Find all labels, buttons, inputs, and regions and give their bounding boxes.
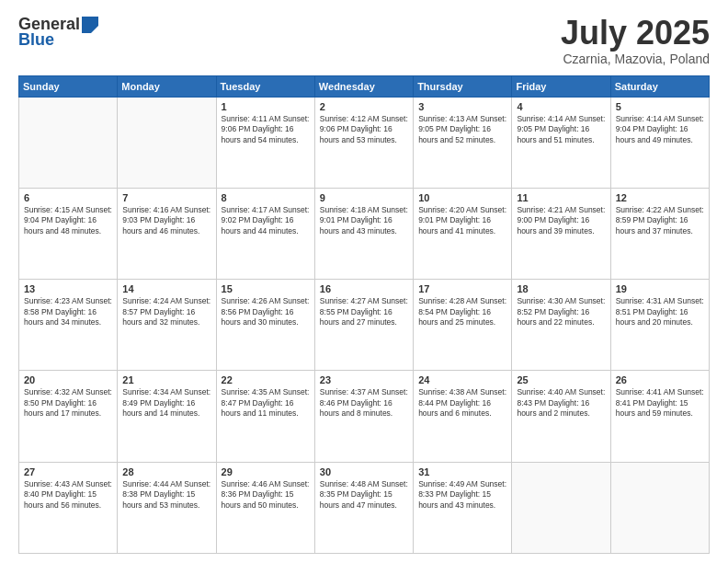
calendar-cell [118,97,216,188]
page: General Blue July 2025 Czarnia, Mazovia,… [0,0,728,563]
cell-date-number: 1 [222,101,310,112]
col-wednesday: Wednesday [314,75,413,97]
cell-info-text: Sunrise: 4:23 AM Sunset: 8:58 PM Dayligh… [24,296,112,327]
calendar-table: Sunday Monday Tuesday Wednesday Thursday… [18,75,710,554]
calendar-cell: 17Sunrise: 4:28 AM Sunset: 8:54 PM Dayli… [414,280,512,371]
cell-date-number: 26 [616,374,704,385]
calendar-cell: 12Sunrise: 4:22 AM Sunset: 8:59 PM Dayli… [610,188,709,279]
calendar-cell: 29Sunrise: 4:46 AM Sunset: 8:36 PM Dayli… [216,462,314,553]
calendar-cell [610,462,709,553]
cell-date-number: 13 [24,283,112,294]
cell-info-text: Sunrise: 4:22 AM Sunset: 8:59 PM Dayligh… [616,205,704,236]
cell-info-text: Sunrise: 4:38 AM Sunset: 8:44 PM Dayligh… [418,387,506,419]
calendar-cell: 3Sunrise: 4:13 AM Sunset: 9:05 PM Daylig… [414,97,512,188]
cell-date-number: 24 [418,374,506,385]
cell-info-text: Sunrise: 4:15 AM Sunset: 9:04 PM Dayligh… [24,205,112,236]
cell-info-text: Sunrise: 4:30 AM Sunset: 8:52 PM Dayligh… [517,296,605,327]
calendar-week-4: 20Sunrise: 4:32 AM Sunset: 8:50 PM Dayli… [19,371,710,462]
cell-info-text: Sunrise: 4:44 AM Sunset: 8:38 PM Dayligh… [122,479,210,511]
calendar-cell: 26Sunrise: 4:41 AM Sunset: 8:41 PM Dayli… [610,371,709,462]
col-sunday: Sunday [19,75,118,97]
cell-date-number: 11 [517,192,605,203]
cell-info-text: Sunrise: 4:24 AM Sunset: 8:57 PM Dayligh… [122,296,210,327]
cell-date-number: 8 [222,192,310,203]
cell-info-text: Sunrise: 4:34 AM Sunset: 8:49 PM Dayligh… [122,387,210,419]
cell-info-text: Sunrise: 4:35 AM Sunset: 8:47 PM Dayligh… [222,387,310,419]
col-saturday: Saturday [610,75,709,97]
cell-info-text: Sunrise: 4:26 AM Sunset: 8:56 PM Dayligh… [222,296,310,327]
col-thursday: Thursday [414,75,512,97]
title-block: July 2025 Czarnia, Mazovia, Poland [561,15,710,66]
calendar-cell: 5Sunrise: 4:14 AM Sunset: 9:04 PM Daylig… [610,97,709,188]
cell-info-text: Sunrise: 4:43 AM Sunset: 8:40 PM Dayligh… [24,479,112,511]
cell-date-number: 20 [24,374,112,385]
calendar-week-2: 6Sunrise: 4:15 AM Sunset: 9:04 PM Daylig… [19,188,710,279]
cell-info-text: Sunrise: 4:14 AM Sunset: 9:04 PM Dayligh… [616,114,704,145]
cell-date-number: 29 [222,466,310,477]
cell-info-text: Sunrise: 4:21 AM Sunset: 9:00 PM Dayligh… [517,205,605,236]
calendar-cell: 28Sunrise: 4:44 AM Sunset: 8:38 PM Dayli… [118,462,216,553]
cell-date-number: 7 [122,192,210,203]
calendar-cell: 23Sunrise: 4:37 AM Sunset: 8:46 PM Dayli… [314,371,413,462]
calendar-cell: 7Sunrise: 4:16 AM Sunset: 9:03 PM Daylig… [118,188,216,279]
title-location: Czarnia, Mazovia, Poland [561,52,710,66]
calendar-cell: 11Sunrise: 4:21 AM Sunset: 9:00 PM Dayli… [512,188,610,279]
calendar-cell: 1Sunrise: 4:11 AM Sunset: 9:06 PM Daylig… [216,97,314,188]
cell-info-text: Sunrise: 4:14 AM Sunset: 9:05 PM Dayligh… [517,114,605,145]
cell-info-text: Sunrise: 4:18 AM Sunset: 9:01 PM Dayligh… [320,205,408,236]
cell-date-number: 2 [320,101,408,112]
cell-date-number: 31 [418,466,506,477]
calendar-cell: 4Sunrise: 4:14 AM Sunset: 9:05 PM Daylig… [512,97,610,188]
logo-icon [82,17,98,33]
cell-date-number: 14 [122,283,210,294]
cell-date-number: 16 [320,283,408,294]
cell-info-text: Sunrise: 4:46 AM Sunset: 8:36 PM Dayligh… [222,479,310,511]
logo: General Blue [18,15,98,50]
cell-info-text: Sunrise: 4:13 AM Sunset: 9:05 PM Dayligh… [418,114,506,145]
cell-info-text: Sunrise: 4:17 AM Sunset: 9:02 PM Dayligh… [222,205,310,236]
calendar-cell [19,97,118,188]
cell-date-number: 27 [24,466,112,477]
col-tuesday: Tuesday [216,75,314,97]
cell-date-number: 15 [222,283,310,294]
calendar-cell: 2Sunrise: 4:12 AM Sunset: 9:06 PM Daylig… [314,97,413,188]
calendar-cell: 8Sunrise: 4:17 AM Sunset: 9:02 PM Daylig… [216,188,314,279]
cell-date-number: 5 [616,101,704,112]
cell-date-number: 12 [616,192,704,203]
cell-info-text: Sunrise: 4:41 AM Sunset: 8:41 PM Dayligh… [616,387,704,419]
calendar-week-1: 1Sunrise: 4:11 AM Sunset: 9:06 PM Daylig… [19,97,710,188]
cell-info-text: Sunrise: 4:11 AM Sunset: 9:06 PM Dayligh… [222,114,310,145]
header: General Blue July 2025 Czarnia, Mazovia,… [18,15,710,66]
cell-info-text: Sunrise: 4:49 AM Sunset: 8:33 PM Dayligh… [418,479,506,511]
cell-date-number: 19 [616,283,704,294]
calendar-cell [512,462,610,553]
cell-date-number: 28 [122,466,210,477]
calendar-cell: 20Sunrise: 4:32 AM Sunset: 8:50 PM Dayli… [19,371,118,462]
col-friday: Friday [512,75,610,97]
cell-date-number: 9 [320,192,408,203]
cell-info-text: Sunrise: 4:27 AM Sunset: 8:55 PM Dayligh… [320,296,408,327]
calendar-cell: 31Sunrise: 4:49 AM Sunset: 8:33 PM Dayli… [414,462,512,553]
calendar-cell: 24Sunrise: 4:38 AM Sunset: 8:44 PM Dayli… [414,371,512,462]
calendar-cell: 18Sunrise: 4:30 AM Sunset: 8:52 PM Dayli… [512,280,610,371]
calendar-cell: 6Sunrise: 4:15 AM Sunset: 9:04 PM Daylig… [19,188,118,279]
cell-date-number: 23 [320,374,408,385]
svg-marker-0 [82,17,98,33]
calendar-header-row: Sunday Monday Tuesday Wednesday Thursday… [19,75,710,97]
calendar-cell: 14Sunrise: 4:24 AM Sunset: 8:57 PM Dayli… [118,280,216,371]
cell-date-number: 6 [24,192,112,203]
cell-info-text: Sunrise: 4:31 AM Sunset: 8:51 PM Dayligh… [616,296,704,327]
col-monday: Monday [118,75,216,97]
cell-date-number: 22 [222,374,310,385]
cell-date-number: 21 [122,374,210,385]
calendar-cell: 30Sunrise: 4:48 AM Sunset: 8:35 PM Dayli… [314,462,413,553]
calendar-cell: 10Sunrise: 4:20 AM Sunset: 9:01 PM Dayli… [414,188,512,279]
calendar-cell: 13Sunrise: 4:23 AM Sunset: 8:58 PM Dayli… [19,280,118,371]
cell-date-number: 10 [418,192,506,203]
calendar-cell: 15Sunrise: 4:26 AM Sunset: 8:56 PM Dayli… [216,280,314,371]
title-month: July 2025 [561,15,710,52]
cell-date-number: 25 [517,374,605,385]
cell-info-text: Sunrise: 4:40 AM Sunset: 8:43 PM Dayligh… [517,387,605,419]
cell-date-number: 4 [517,101,605,112]
calendar-cell: 27Sunrise: 4:43 AM Sunset: 8:40 PM Dayli… [19,462,118,553]
